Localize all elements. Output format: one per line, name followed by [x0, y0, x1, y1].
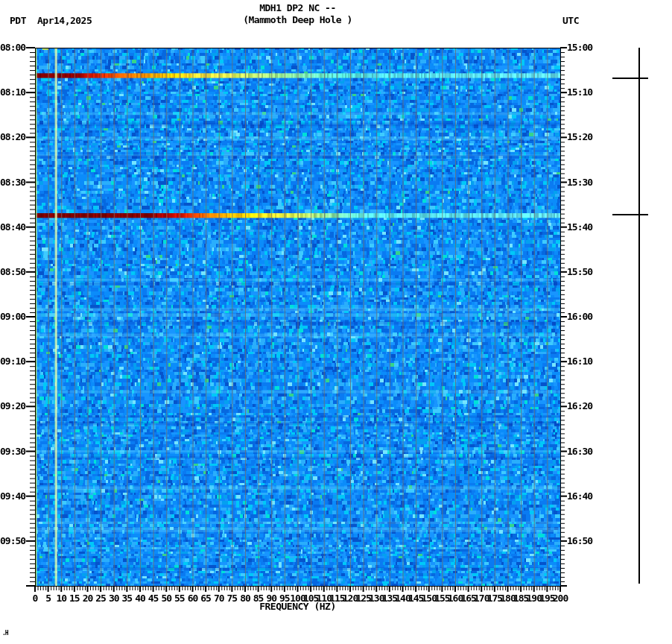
x-axis-title: FREQUENCY (HZ) [35, 601, 560, 612]
utc-scalebar-line [638, 48, 640, 584]
station-title: MDH1 DP2 NC -- [35, 2, 560, 13]
date-label: Apr14,2025 [37, 15, 92, 26]
event-time-marker-2 [612, 214, 648, 215]
spectrogram-canvas [0, 0, 672, 644]
right-timezone-label: UTC [562, 15, 579, 26]
left-timezone-label: PDT [10, 15, 26, 26]
event-time-marker-1 [612, 78, 648, 79]
corner-artifact-text: .H [2, 630, 8, 637]
spectrogram-page: MDH1 DP2 NC -- (Mammoth Deep Hole ) PDT … [0, 0, 672, 644]
station-subtitle: (Mammoth Deep Hole ) [35, 14, 560, 25]
